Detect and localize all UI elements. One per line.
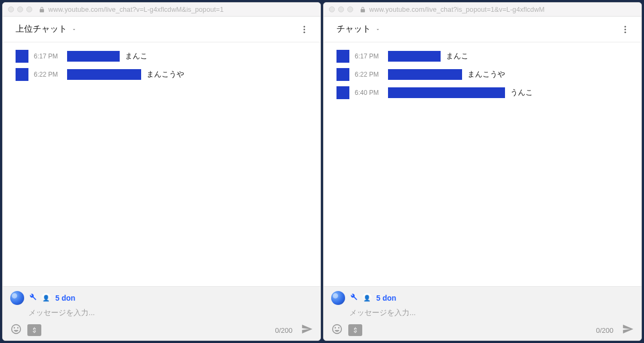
window-control-dot[interactable]	[17, 6, 23, 12]
window-control-dot[interactable]	[329, 6, 335, 12]
address-url: www.youtube.com/live_chat?is_popout=1&v=…	[369, 6, 545, 13]
chat-mode-selector[interactable]: 上位チャット	[16, 24, 67, 35]
username-redacted	[388, 87, 505, 98]
user-avatar-redacted	[16, 50, 28, 63]
svg-point-5	[625, 31, 626, 33]
message-text: うんこ	[510, 88, 533, 98]
username-redacted	[388, 51, 441, 62]
svg-point-1	[304, 28, 305, 30]
window-titlebar: www.youtube.com/live_chat?is_popout=1&v=…	[324, 3, 641, 17]
chat-message-list: 6:17 PMまんこ6:22 PMまんこうや	[3, 42, 320, 286]
username-redacted	[67, 51, 120, 62]
chat-mode-selector[interactable]: チャット	[336, 24, 371, 35]
username-redacted	[388, 69, 462, 80]
member-badge-icon: 👤	[41, 293, 51, 303]
window-control-dot[interactable]	[26, 6, 32, 12]
message-timestamp: 6:17 PM	[34, 53, 62, 60]
lock-icon	[39, 6, 45, 13]
more-options-button[interactable]	[298, 23, 311, 36]
svg-point-4	[625, 28, 626, 30]
member-badge-icon: 👤	[362, 293, 372, 303]
char-counter: 0/200	[275, 326, 292, 334]
chat-input-area: 👤5 donメッセージを入力...0/200	[324, 286, 641, 340]
self-avatar	[10, 291, 24, 305]
emoji-button[interactable]	[10, 323, 22, 337]
window-control-dot[interactable]	[338, 6, 344, 12]
user-avatar-redacted	[16, 68, 28, 81]
chat-message-row: 6:40 PMうんこ	[336, 86, 632, 99]
send-button[interactable]	[622, 323, 634, 337]
window-control-dot[interactable]	[8, 6, 14, 12]
chevron-down-icon[interactable]	[71, 27, 77, 32]
message-input[interactable]: メッセージを入力...	[331, 308, 634, 318]
message-timestamp: 6:22 PM	[355, 71, 383, 78]
chat-header: 上位チャット	[3, 17, 320, 42]
chat-message-list: 6:17 PMまんこ6:22 PMまんこうや6:40 PMうんこ	[324, 42, 641, 286]
user-avatar-redacted	[336, 86, 349, 99]
chat-header: チャット	[324, 17, 641, 42]
send-button[interactable]	[301, 323, 313, 337]
window-controls[interactable]	[329, 6, 353, 12]
message-text: まんこ	[125, 51, 148, 61]
window-control-dot[interactable]	[347, 6, 353, 12]
chat-input-area: 👤5 donメッセージを入力...0/200	[3, 286, 320, 340]
message-text: まんこうや	[467, 70, 505, 79]
chat-message-row: 6:17 PMまんこ	[16, 50, 311, 63]
svg-point-3	[625, 26, 626, 27]
chat-window: www.youtube.com/live_chat?is_popout=1&v=…	[323, 2, 642, 341]
message-timestamp: 6:22 PM	[34, 71, 62, 78]
chat-window: www.youtube.com/live_chat?v=L-g4xflcdwM&…	[2, 2, 321, 341]
chat-message-row: 6:17 PMまんこ	[336, 50, 632, 63]
self-avatar	[331, 291, 345, 305]
lock-icon	[360, 6, 366, 13]
message-timestamp: 6:17 PM	[355, 53, 383, 60]
svg-point-2	[304, 31, 305, 33]
user-avatar-redacted	[336, 68, 349, 81]
superchat-button[interactable]	[27, 324, 41, 336]
emoji-button[interactable]	[331, 323, 343, 337]
char-counter: 0/200	[596, 326, 613, 334]
user-avatar-redacted	[336, 50, 349, 63]
self-username: 5 don	[376, 294, 396, 302]
window-controls[interactable]	[8, 6, 32, 12]
address-url: www.youtube.com/live_chat?v=L-g4xflcdwM&…	[48, 6, 224, 13]
message-input[interactable]: メッセージを入力...	[10, 308, 313, 318]
chat-message-row: 6:22 PMまんこうや	[336, 68, 632, 81]
username-redacted	[67, 69, 141, 80]
chat-message-row: 6:22 PMまんこうや	[16, 68, 311, 81]
moderator-wrench-icon	[28, 293, 37, 303]
message-text: まんこ	[446, 51, 469, 61]
message-timestamp: 6:40 PM	[355, 89, 383, 96]
moderator-wrench-icon	[349, 293, 358, 303]
chevron-down-icon[interactable]	[375, 27, 380, 32]
more-options-button[interactable]	[619, 23, 632, 36]
self-username: 5 don	[55, 294, 75, 302]
window-titlebar: www.youtube.com/live_chat?v=L-g4xflcdwM&…	[3, 3, 320, 17]
superchat-button[interactable]	[348, 324, 362, 336]
message-text: まんこうや	[147, 70, 184, 79]
svg-point-0	[304, 26, 305, 27]
